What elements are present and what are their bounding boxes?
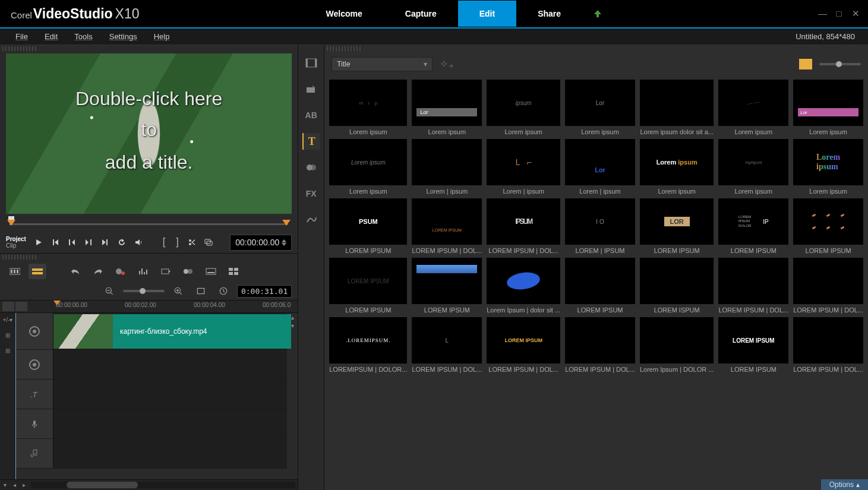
title-preset-item[interactable]: LOREMIPSUMDOLORIPLOREM IPSUM bbox=[718, 198, 788, 254]
title-preset-item[interactable]: — —Lorem ipsum bbox=[718, 80, 788, 135]
thumbnail-size-slider[interactable] bbox=[819, 63, 861, 65]
options-panel-toggle[interactable]: Options▴ bbox=[821, 479, 868, 490]
tab-welcome[interactable]: Welcome bbox=[305, 1, 384, 27]
hscroll-right[interactable]: ▸ bbox=[19, 480, 29, 490]
lib-tab-filter[interactable]: FX bbox=[302, 185, 320, 202]
mark-in-button[interactable]: [ bbox=[159, 236, 169, 248]
title-preset-item[interactable]: LOREM IPSUM | DOL... bbox=[718, 258, 788, 314]
title-preset-item[interactable]: LorLorem ipsum bbox=[793, 80, 863, 135]
mark-out-button[interactable]: ] bbox=[172, 236, 182, 248]
redo-button[interactable] bbox=[89, 264, 107, 279]
track-toggle-2[interactable]: ⊞ bbox=[2, 347, 13, 356]
title-track-head[interactable]: .T bbox=[15, 380, 53, 409]
snapshot-button[interactable] bbox=[202, 236, 215, 249]
overlay-track[interactable] bbox=[53, 350, 287, 379]
title-preset-item[interactable]: LOREM IPSUM bbox=[412, 258, 482, 314]
volume-button[interactable] bbox=[132, 236, 145, 249]
title-preset-item[interactable]: LOREM IPSUM bbox=[565, 258, 635, 314]
title-preset-item[interactable]: LOREM IPSUMLOREM IPSUM | DOL... bbox=[412, 198, 482, 254]
audio-mixer-button[interactable] bbox=[134, 264, 152, 279]
menu-file[interactable]: File bbox=[7, 30, 36, 43]
zoom-in-button[interactable] bbox=[169, 283, 187, 299]
timeline-ruler[interactable]: 00:00:00.00 00:00:02.00 00:00:04.00 00:0… bbox=[53, 301, 298, 312]
ruler-btn-1[interactable] bbox=[2, 302, 14, 311]
upload-arrow-icon[interactable] bbox=[593, 9, 602, 18]
playhead-line[interactable] bbox=[15, 313, 16, 479]
title-preset-item[interactable]: Lorem Ipsum | dolor sit ... bbox=[487, 258, 560, 314]
instant-project-button[interactable] bbox=[157, 264, 175, 279]
lib-tab-title[interactable]: T bbox=[302, 133, 320, 150]
voice-track-head[interactable] bbox=[15, 409, 53, 438]
timeline-view-button[interactable] bbox=[29, 264, 46, 279]
title-preset-item[interactable]: Lorem Ipsum | DOLOR ... bbox=[640, 317, 714, 373]
title-preset-item[interactable]: LorLorem ipsum bbox=[412, 80, 482, 135]
zoom-slider[interactable] bbox=[123, 290, 165, 292]
title-preset-item[interactable]: Lorem | ipsum bbox=[412, 139, 482, 195]
menu-settings[interactable]: Settings bbox=[101, 30, 146, 43]
tab-edit[interactable]: Edit bbox=[458, 1, 516, 27]
title-preset-item[interactable]: LOREM IPSUMLOREM IPSUM bbox=[718, 317, 788, 373]
video-track[interactable]: картинг-близко_сбоку.mp4 bbox=[53, 313, 287, 349]
panel-grip[interactable] bbox=[2, 255, 38, 260]
track-motion-button[interactable] bbox=[179, 264, 197, 279]
menu-help[interactable]: Help bbox=[146, 30, 178, 43]
next-frame-button[interactable] bbox=[82, 236, 95, 249]
title-preset-item[interactable]: LorLorem ipsum bbox=[565, 80, 635, 135]
title-preset-item[interactable]: LoremipsumLorem ipsum bbox=[793, 139, 863, 195]
lib-tab-path[interactable] bbox=[302, 211, 320, 228]
tab-capture[interactable]: Capture bbox=[384, 1, 458, 27]
title-preset-item[interactable]: LOREM ISPUM bbox=[640, 258, 714, 314]
minimize-button[interactable]: — bbox=[818, 8, 826, 19]
tab-share[interactable]: Share bbox=[516, 1, 582, 27]
expand-toggle[interactable]: ▾ bbox=[0, 480, 10, 490]
go-start-button[interactable] bbox=[49, 236, 62, 249]
play-button[interactable] bbox=[32, 236, 45, 249]
title-preset-item[interactable]: myniponiLorem ipsum bbox=[718, 139, 788, 195]
mark-in-handle[interactable] bbox=[7, 220, 15, 230]
title-preset-item[interactable]: Lorem ipsumLorem ipsum bbox=[329, 139, 407, 195]
maximize-button[interactable]: □ bbox=[835, 8, 843, 19]
preview-viewport[interactable]: Double-click here to add a title. bbox=[6, 53, 292, 214]
menu-edit[interactable]: Edit bbox=[36, 30, 66, 43]
fit-project-button[interactable] bbox=[192, 283, 210, 299]
lib-tab-media[interactable] bbox=[302, 55, 320, 71]
mark-out-handle[interactable] bbox=[282, 220, 291, 230]
title-preset-item[interactable]: .LOREMIPSUM.LOREMIPSUM | DOLOR... bbox=[329, 317, 407, 373]
lib-tab-instant[interactable] bbox=[302, 81, 320, 97]
title-preset-item[interactable]: ipsumLorem ipsum bbox=[487, 80, 560, 135]
title-preset-item[interactable]: L ⌐Lorem | ipsum bbox=[487, 139, 560, 195]
ruler-btn-2[interactable] bbox=[15, 302, 27, 311]
prev-frame-button[interactable] bbox=[65, 236, 78, 249]
title-preset-item[interactable]: LOREM IPSUM | DOL... bbox=[793, 317, 863, 373]
storyboard-view-button[interactable] bbox=[6, 264, 24, 279]
seek-bar[interactable] bbox=[7, 217, 291, 229]
title-preset-item[interactable]: IPSUMLOREM IPSUM | DOL... bbox=[487, 198, 560, 254]
title-preset-item[interactable]: LorLorem | ipsum bbox=[565, 139, 635, 195]
title-preset-item[interactable]: PSUMLOREM IPSUM bbox=[329, 198, 407, 254]
undo-button[interactable] bbox=[67, 264, 84, 279]
title-preset-item[interactable]: LOREM IPSUM | DOL... bbox=[565, 317, 635, 373]
timeline-hscroll[interactable] bbox=[31, 482, 295, 488]
title-preset-item[interactable]: m i pLorem ipsum bbox=[329, 80, 407, 135]
title-preset-item[interactable]: Lorem ipsumLorem ipsum bbox=[640, 139, 714, 195]
title-track[interactable] bbox=[53, 380, 287, 409]
zoom-out-button[interactable] bbox=[100, 283, 118, 299]
library-category-dropdown[interactable]: Title bbox=[332, 57, 433, 71]
lib-tab-graphic[interactable] bbox=[302, 159, 320, 176]
title-preset-item[interactable]: I OLOREM | IPSUM bbox=[565, 198, 635, 254]
overlay-track-head[interactable] bbox=[15, 350, 53, 379]
tc-down[interactable] bbox=[282, 243, 286, 248]
go-end-button[interactable] bbox=[99, 236, 112, 249]
music-track-head[interactable] bbox=[15, 439, 53, 468]
track-toggle-1[interactable]: ⊞ bbox=[2, 332, 13, 340]
subtitle-button[interactable] bbox=[202, 264, 220, 279]
close-button[interactable]: ✕ bbox=[851, 8, 860, 19]
tc-up[interactable] bbox=[282, 237, 286, 242]
record-button[interactable] bbox=[112, 264, 130, 279]
title-preset-item[interactable]: LOREM IPSUMLOREM IPSUM bbox=[329, 258, 407, 314]
title-preset-item[interactable]: Lorem ipsum dolor sit a... bbox=[640, 80, 714, 135]
music-track[interactable] bbox=[53, 439, 287, 468]
video-clip[interactable]: картинг-близко_сбоку.mp4 bbox=[53, 314, 291, 349]
thumbnail-view-button[interactable] bbox=[799, 59, 812, 69]
timecode-display[interactable]: 00:00:00.00 bbox=[230, 235, 292, 251]
